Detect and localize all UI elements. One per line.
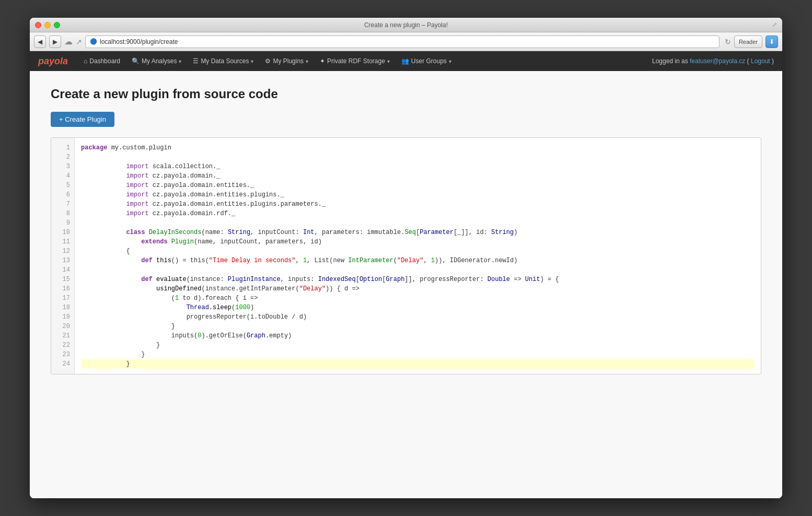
nav-analyses[interactable]: 🔍 My Analyses ▾ [126, 54, 187, 68]
nav-user-info: Logged in as featuser@payola.cz ( Logout… [652, 57, 774, 65]
code-line: def this() = this("Time Delay in seconds… [81, 256, 755, 265]
line-number: 7 [51, 200, 74, 209]
analyses-icon: 🔍 [132, 57, 140, 65]
brand-logo: payola [38, 56, 68, 67]
line-number: 16 [51, 284, 74, 294]
code-line: Thread.sleep(1000) [81, 303, 755, 312]
main-content: Create a new plugin from source code + C… [30, 71, 782, 498]
code-line: package my.custom.plugin [81, 143, 755, 153]
window-controls-right: ⤢ [772, 21, 777, 28]
line-number: 2 [51, 153, 74, 162]
resize-icon: ⤢ [772, 21, 777, 28]
secure-icon: 🔵 [90, 38, 97, 45]
share-button[interactable]: ↗ [76, 38, 82, 46]
browser-window: Create a new plugin – Payola! ⤢ ◀ ▶ ☁ ↗ … [30, 18, 782, 498]
code-line: import cz.payola.domain._ [81, 171, 755, 181]
line-number: 13 [51, 256, 74, 265]
code-line: inputs(0).getOrElse(Graph.empty) [81, 331, 755, 341]
back-button[interactable]: ◀ [34, 36, 46, 48]
line-number: 18 [51, 303, 74, 312]
download-button[interactable]: ⬇ [765, 36, 778, 48]
plugins-caret: ▾ [306, 58, 308, 64]
line-number: 3 [51, 162, 74, 171]
traffic-lights [35, 22, 60, 28]
line-number: 17 [51, 294, 74, 303]
home-icon: ⌂ [84, 57, 87, 65]
code-line: progressReporter(i.toDouble / d) [81, 312, 755, 322]
line-number: 8 [51, 209, 74, 218]
minimize-button[interactable] [44, 22, 51, 28]
code-area[interactable]: package my.custom.plugin import scala.co… [75, 138, 761, 374]
line-number: 9 [51, 218, 74, 228]
line-number: 21 [51, 331, 74, 341]
line-number: 22 [51, 341, 74, 350]
code-line: import cz.payola.domain.entities._ [81, 181, 755, 190]
page-title: Create a new plugin from source code [51, 87, 761, 101]
rdf-icon: ✦ [320, 57, 325, 65]
line-number: 23 [51, 350, 74, 359]
address-bar: 🔵 localhost:9000/plugin/create [85, 36, 720, 48]
line-number: 24 [51, 359, 74, 369]
code-line: } [81, 322, 755, 331]
refresh-button[interactable]: ↻ [725, 38, 731, 46]
line-number: 6 [51, 190, 74, 200]
line-number: 10 [51, 228, 74, 237]
line-number: 20 [51, 322, 74, 331]
browser-toolbar: ◀ ▶ ☁ ↗ 🔵 localhost:9000/plugin/create ↻… [30, 32, 782, 51]
rdf-caret: ▾ [387, 58, 390, 64]
window-title: Create a new plugin – Payola! [364, 21, 448, 29]
title-bar: Create a new plugin – Payola! ⤢ [30, 18, 782, 32]
line-number: 1 [51, 143, 74, 153]
line-number: 19 [51, 312, 74, 322]
logout-link[interactable]: Logout [751, 57, 770, 65]
reader-button[interactable]: Reader [734, 36, 762, 48]
code-line: import cz.payola.domain.entities.plugins… [81, 190, 755, 200]
usergroups-icon: 👥 [401, 57, 409, 65]
plugins-icon: ⚙ [265, 57, 271, 65]
code-line: (1 to d).foreach { i => [81, 294, 755, 303]
nav-items: ⌂ Dashboard 🔍 My Analyses ▾ ☰ My Data So… [78, 54, 652, 68]
code-line: } [81, 350, 755, 359]
line-number: 15 [51, 275, 74, 284]
create-plugin-button[interactable]: + Create Plugin [51, 112, 114, 127]
nav-dashboard[interactable]: ⌂ Dashboard [78, 54, 125, 68]
line-number: 12 [51, 247, 74, 256]
code-line: } [81, 359, 755, 369]
code-line: import cz.payola.domain.entities.plugins… [81, 200, 755, 209]
code-line: import cz.payola.domain.rdf._ [81, 209, 755, 218]
code-line [81, 218, 755, 228]
line-number: 5 [51, 181, 74, 190]
line-number: 4 [51, 171, 74, 181]
datasources-icon: ☰ [193, 57, 199, 65]
nav-datasources[interactable]: ☰ My Data Sources ▾ [188, 54, 259, 68]
code-line: def evaluate(instance: PluginInstance, i… [81, 275, 755, 284]
code-line: extends Plugin(name, inputCount, paramet… [81, 237, 755, 247]
forward-button[interactable]: ▶ [49, 36, 61, 48]
line-numbers: 123456789101112131415161718192021222324 [51, 138, 75, 374]
nav-plugins[interactable]: ⚙ My Plugins ▾ [260, 54, 314, 68]
code-line: { [81, 247, 755, 256]
line-number: 11 [51, 237, 74, 247]
usergroups-caret: ▾ [449, 58, 451, 64]
code-editor: 123456789101112131415161718192021222324 … [51, 137, 761, 374]
nav-rdf[interactable]: ✦ Private RDF Storage ▾ [315, 54, 395, 68]
nav-bar: payola ⌂ Dashboard 🔍 My Analyses ▾ ☰ My … [30, 51, 782, 71]
analyses-caret: ▾ [179, 58, 181, 64]
code-line: class DelayInSeconds(name: String, input… [81, 228, 755, 237]
datasources-caret: ▾ [251, 58, 253, 64]
line-number: 14 [51, 265, 74, 275]
address-url: localhost:9000/plugin/create [100, 38, 178, 45]
code-line: usingDefined(instance.getIntParameter("D… [81, 284, 755, 294]
code-line [81, 265, 755, 275]
code-line [81, 153, 755, 162]
close-button[interactable] [35, 22, 41, 28]
user-email-link[interactable]: featuser@payola.cz [690, 57, 745, 65]
nav-usergroups[interactable]: 👥 User Groups ▾ [396, 54, 457, 68]
cloud-button[interactable]: ☁ [64, 37, 73, 46]
code-line: import scala.collection._ [81, 162, 755, 171]
code-line: } [81, 341, 755, 350]
maximize-button[interactable] [54, 22, 60, 28]
